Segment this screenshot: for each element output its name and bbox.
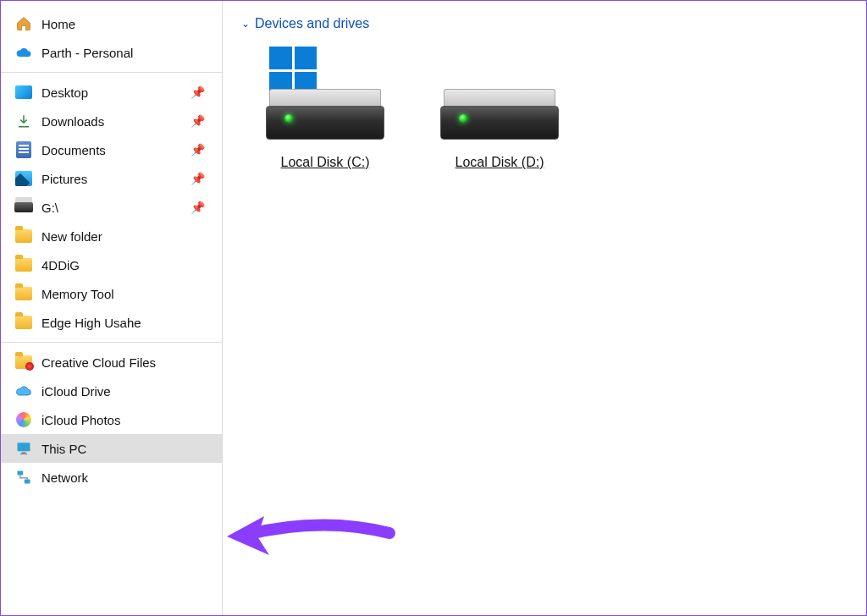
sidebar-item-label: This PC <box>41 442 213 456</box>
sidebar-item-label: iCloud Photos <box>41 413 213 427</box>
chevron-down-icon: ⌄ <box>241 18 250 30</box>
icloud-photos-icon <box>14 410 33 429</box>
drive-label: Local Disk (C:) <box>281 155 370 170</box>
sidebar-item-label: Parth - Personal <box>41 46 213 60</box>
network-icon <box>14 468 33 487</box>
sidebar-locations-section: Creative Cloud Files iCloud Drive iCloud… <box>1 348 222 497</box>
icloud-drive-icon <box>14 382 33 400</box>
svg-rect-4 <box>25 480 30 484</box>
pin-icon: 📌 <box>191 172 213 185</box>
pin-icon: 📌 <box>191 201 213 214</box>
sidebar-item-edge-high[interactable]: Edge High Usahe <box>1 308 222 337</box>
this-pc-icon <box>14 439 33 458</box>
sidebar-item-label: iCloud Drive <box>41 384 213 399</box>
pin-icon: 📌 <box>191 143 213 157</box>
sidebar-item-label: Home <box>41 17 213 31</box>
document-icon <box>14 140 33 159</box>
pin-icon: 📌 <box>191 114 213 128</box>
desktop-icon <box>14 83 33 102</box>
home-icon <box>14 14 33 33</box>
sidebar-item-label: Creative Cloud Files <box>41 355 213 370</box>
creative-cloud-folder-icon <box>14 353 33 371</box>
sidebar-item-memory-tool[interactable]: Memory Tool <box>1 279 222 308</box>
drive-item-c[interactable]: Local Disk (C:) <box>262 47 389 170</box>
sidebar-item-desktop[interactable]: Desktop 📌 <box>1 78 222 107</box>
sidebar-item-label: G:\ <box>41 201 182 215</box>
sidebar-item-pictures[interactable]: Pictures 📌 <box>1 164 222 193</box>
svg-rect-1 <box>22 452 26 454</box>
pictures-icon <box>14 169 33 188</box>
pin-icon: 📌 <box>191 85 213 99</box>
main-content: ⌄ Devices and drives Local Disk (C:) Loc… <box>223 1 866 615</box>
sidebar-item-home[interactable]: Home <box>1 9 222 38</box>
navigation-sidebar: Home Parth - Personal Desktop 📌 Download… <box>1 1 223 615</box>
sidebar-item-drive-g[interactable]: G:\ 📌 <box>1 193 222 222</box>
folder-icon <box>14 284 33 303</box>
sidebar-item-documents[interactable]: Documents 📌 <box>1 135 222 164</box>
sidebar-item-label: Downloads <box>41 114 182 129</box>
sidebar-item-new-folder[interactable]: New folder <box>1 222 222 250</box>
drive-label: Local Disk (D:) <box>456 155 544 170</box>
svg-rect-0 <box>18 443 30 451</box>
sidebar-home-section: Home Parth - Personal <box>1 9 222 73</box>
sidebar-item-label: Memory Tool <box>41 287 213 301</box>
svg-rect-3 <box>18 471 24 476</box>
drive-item-d[interactable]: Local Disk (D:) <box>436 47 563 170</box>
folder-icon <box>14 227 33 245</box>
sidebar-item-label: 4DDiG <box>41 258 213 272</box>
sidebar-item-label: New folder <box>41 229 213 244</box>
sidebar-item-label: Edge High Usahe <box>41 316 213 330</box>
devices-section-header[interactable]: ⌄ Devices and drives <box>241 16 848 31</box>
sidebar-item-label: Documents <box>41 143 182 157</box>
drive-icon <box>266 47 384 140</box>
download-icon <box>14 112 33 130</box>
sidebar-item-onedrive[interactable]: Parth - Personal <box>1 38 222 67</box>
section-title: Devices and drives <box>255 16 369 31</box>
sidebar-quick-section: Desktop 📌 Downloads 📌 Documents 📌 Pictur… <box>1 78 222 343</box>
folder-icon <box>14 313 33 332</box>
folder-icon <box>14 256 33 274</box>
drives-container: Local Disk (C:) Local Disk (D:) <box>241 47 848 170</box>
sidebar-item-label: Pictures <box>41 172 182 186</box>
sidebar-item-label: Desktop <box>41 85 182 100</box>
drive-icon <box>440 47 559 140</box>
sidebar-item-4ddig[interactable]: 4DDiG <box>1 250 222 279</box>
sidebar-item-downloads[interactable]: Downloads 📌 <box>1 107 222 135</box>
sidebar-item-label: Network <box>41 470 213 485</box>
windows-logo-icon <box>269 47 317 94</box>
cloud-icon <box>14 43 33 62</box>
sidebar-item-creative-cloud[interactable]: Creative Cloud Files <box>1 348 222 377</box>
drive-g-icon <box>14 198 33 217</box>
sidebar-item-icloud-photos[interactable]: iCloud Photos <box>1 405 222 434</box>
sidebar-item-network[interactable]: Network <box>1 463 222 492</box>
svg-rect-2 <box>20 454 27 454</box>
sidebar-item-this-pc[interactable]: This PC <box>1 434 222 463</box>
sidebar-item-icloud-drive[interactable]: iCloud Drive <box>1 377 222 405</box>
